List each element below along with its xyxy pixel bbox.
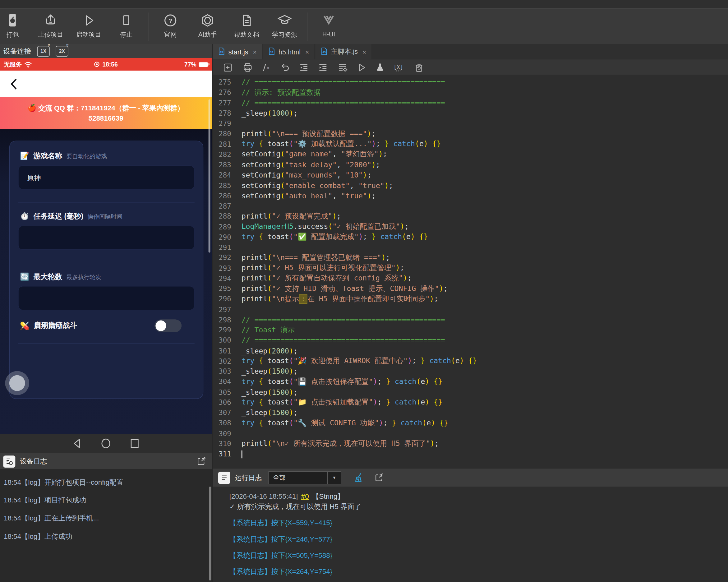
code-token: ( [280,192,285,200]
run-log-system-entry: 【系统日志】按下{X=559,Y=415} [229,518,728,527]
phone-scrollbar[interactable] [209,100,210,253]
code-token: { [259,419,263,427]
main-toolbar: 打包上传项目启动项目停止?官网AI助手帮助文档学习资源H-UI [0,9,728,45]
code-text: _sleep(1500); [241,368,298,376]
code-token: , [332,192,341,200]
code-token: } [386,398,390,407]
toggle-row-label: 自动治疗 [34,321,63,330]
zoom-ticks: ” [48,43,50,49]
play-outline-icon [82,11,96,29]
code-line: 304try { toast("💾 点击按钮保存配置"); } catch(e)… [213,377,728,387]
ai-assistant-button[interactable]: AI助手 [185,11,230,39]
code-token: ) [382,253,386,262]
editor-tab-主脚本-js[interactable]: JS主脚本.js× [315,44,371,59]
phone-mirror-screen[interactable]: 无服务 18:56 77% 🍎 交流 QQ 群：711841924（群一 - 苹… [0,58,212,434]
code-token: try [241,357,255,365]
line-number: 300 [213,336,231,345]
test-flask-icon[interactable] [374,61,386,73]
code-token: _sleep [241,368,268,376]
android-back-button[interactable] [71,437,83,450]
code-line: 296printl("\n提示：在 H5 界面中操作配置即可实时同步"); [213,294,728,304]
form-input-3[interactable] [18,286,194,310]
android-recents-button[interactable] [129,437,141,450]
code-text: setConfig("enable_combat", "true"); [241,181,393,189]
device-log-icon [3,455,15,467]
code-token: ( [267,212,272,221]
format-code-icon[interactable] [337,61,349,73]
clear-trash-icon[interactable] [413,61,425,73]
toolbar-item-label: 官网 [164,31,177,39]
indent-icon[interactable] [317,61,329,73]
line-number: 298 [213,315,231,324]
tab-close-icon[interactable]: × [362,48,366,56]
code-text: printl("✓ 预设配置完成"); [241,212,341,221]
code-line: 278_sleep(1000); [213,108,728,119]
code-text: try { toast("🎉 欢迎使用 AIWROK 配置中心"); } cat… [241,356,477,366]
regex-icon[interactable]: [X] [392,61,405,73]
code-token: ; [389,181,393,189]
code-text: printl("✓ 支持 HID 滑动、Toast 提示、CONFIG 操作")… [241,284,448,294]
device-log-expand-button[interactable] [196,456,206,466]
code-text: LogManagerH5.success("✓ 初始配置已加载"); [241,222,409,232]
editor-tab-h5-html[interactable]: JSh5.html× [263,44,314,59]
code-token: ; [378,398,386,407]
run-log-meta: [2026-04-16 18:55:41]#0【String】 [229,492,728,501]
code-token: "⚙️ 加载默认配置..." [293,140,371,148]
stop-outline-icon [120,11,133,29]
code-token: "✅ 配置加载完成" [293,233,359,241]
mirror-zoom-1x-button[interactable]: 1X” [37,46,49,56]
block-comment-icon[interactable]: * [260,61,272,73]
code-token: {} [434,377,442,386]
editor-tab-start-js[interactable]: JSstart.js× [213,44,262,59]
code-text: // 演示: 预设配置数据 [241,88,321,97]
code-token: "true" [358,181,385,189]
code-editor[interactable]: 275// ==================================… [213,75,728,468]
new-file-icon[interactable] [221,61,233,73]
js-file-icon: JS [268,47,276,57]
stop-button[interactable]: 停止 [104,11,149,39]
print-icon[interactable] [241,61,254,73]
code-token: {} [468,357,477,365]
code-token: } [392,419,396,427]
run-log-filter-select[interactable]: 全部 ▼ [268,471,341,484]
learning-resources-button[interactable]: 学习资源 [262,11,307,39]
device-log-scrollbar[interactable] [209,486,211,580]
code-token: "\n✓ 所有演示完成，现在可以使用 H5 界面了" [272,439,430,448]
run-log-title: 运行日志 [235,474,262,482]
code-token: e [426,419,431,427]
run-log-list: [2026-04-16 18:55:41]#0【String】✓ 所有演示完成，… [213,486,728,582]
code-token: "game_name" [285,150,332,158]
run-log-expand-button[interactable] [374,473,384,483]
clear-log-button[interactable] [354,472,365,483]
code-token: ; [435,439,439,448]
question-circle-icon: ? [163,11,178,29]
code-token: ( [416,377,421,386]
android-home-button[interactable] [100,437,112,450]
code-token: ) [425,398,429,407]
mirror-zoom-2x-button[interactable]: 2X” [56,46,68,56]
code-token: setConfig [241,181,280,189]
code-text: printl("\n✓ 所有演示完成，现在可以使用 H5 界面了"); [241,439,439,449]
code-token: // =====================================… [241,99,445,107]
run-log-ref-link[interactable]: #0 [301,492,309,500]
assistive-touch-ball[interactable] [5,371,29,395]
svg-text:JS: JS [322,51,326,54]
undo-icon[interactable] [279,61,291,73]
code-text [241,450,242,459]
code-token: ( [289,398,293,407]
toggle-switch[interactable] [155,319,182,332]
form-input-2[interactable] [18,226,194,250]
h-ui-button[interactable]: H-UI [307,11,351,37]
code-token: // =====================================… [241,78,445,86]
code-token: e [456,357,460,365]
form-input-1[interactable]: 原神 [18,166,194,189]
tab-close-icon[interactable]: × [305,48,309,56]
tab-close-icon[interactable]: × [253,48,257,56]
code-text: try { toast("💾 点击按钮保存配置"); } catch(e) {} [241,377,442,387]
code-text: printl("\n提示：在 H5 界面中操作配置即可实时同步"); [241,295,439,304]
back-chevron-icon[interactable] [9,78,18,90]
outdent-icon[interactable] [297,61,310,73]
code-text: setConfig("auto_heal", "true"); [241,192,376,200]
code-token [464,357,468,365]
run-icon[interactable] [355,61,367,73]
